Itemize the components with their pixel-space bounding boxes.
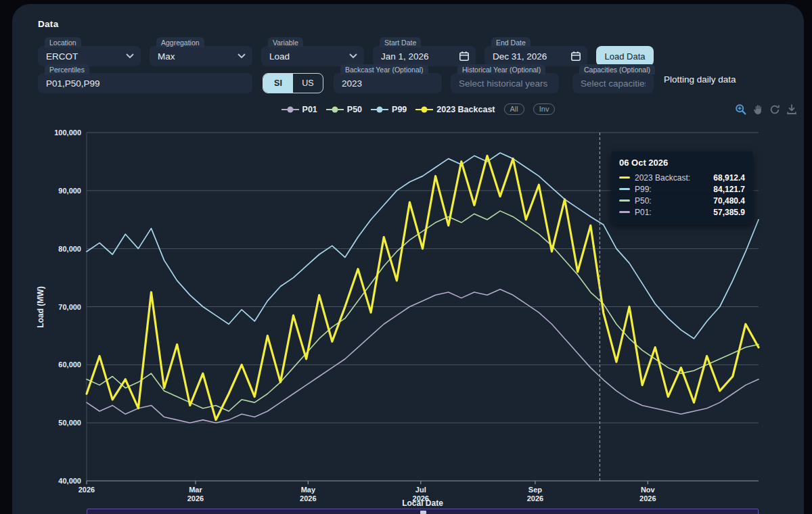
tooltip-series-value: 57,385.9 xyxy=(713,208,745,217)
tooltip-date: 06 Oct 2026 xyxy=(619,158,745,168)
tooltip-row: P50:70,480.4 xyxy=(619,195,745,206)
tooltip-series-label: 2023 Backcast: xyxy=(635,173,690,183)
x-axis-title: Local Date xyxy=(402,498,443,508)
chart-canvas[interactable]: 100,00090,00080,00070,00060,00050,00040,… xyxy=(12,4,812,514)
tooltip-series-dash xyxy=(619,211,630,213)
y-tick-label: 90,000 xyxy=(58,187,81,195)
x-tick-label: May xyxy=(301,486,316,494)
y-axis-title: Load (MW) xyxy=(36,286,45,327)
tooltip-series-label: P01: xyxy=(635,208,652,217)
x-tick-label: 2026 xyxy=(527,494,543,503)
x-tick-label: Sep xyxy=(528,486,542,494)
data-panel: Data Location ERCOT Aggregation Max Vari… xyxy=(12,4,804,514)
y-tick-label: 100,000 xyxy=(54,128,81,137)
x-tick-label: 2026 xyxy=(300,494,316,503)
y-tick-label: 80,000 xyxy=(58,245,81,253)
x-tick-label: 2026 xyxy=(639,494,656,503)
app-window: Data Location ERCOT Aggregation Max Vari… xyxy=(0,0,812,514)
x-range-slider[interactable] xyxy=(87,509,759,514)
y-tick-label: 60,000 xyxy=(58,360,81,369)
x-tick-label: Nov xyxy=(641,486,656,494)
tooltip-series-label: P99: xyxy=(635,185,652,194)
tooltip-series-value: 70,480.4 xyxy=(713,196,745,206)
y-tick-label: 50,000 xyxy=(58,419,81,427)
y-tick-label: 70,000 xyxy=(58,303,81,311)
tooltip-series-dash xyxy=(619,177,630,179)
chart-tooltip: 06 Oct 2026 2023 Backcast:68,912.4P99:84… xyxy=(611,151,753,225)
tooltip-row: P99:84,121.7 xyxy=(619,183,745,195)
tooltip-row: 2023 Backcast:68,912.4 xyxy=(619,172,745,183)
range-slider-handle[interactable] xyxy=(420,511,426,514)
tooltip-row: P01:57,385.9 xyxy=(619,206,745,218)
tooltip-series-value: 84,121.7 xyxy=(713,185,745,194)
tooltip-series-value: 68,912.4 xyxy=(713,173,745,183)
x-tick-label: 2026 xyxy=(187,494,204,503)
tooltip-series-dash xyxy=(619,188,630,190)
tooltip-series-label: P50: xyxy=(635,196,652,206)
series-line-p50 xyxy=(87,211,759,411)
x-tick-label: Mar xyxy=(189,486,202,494)
tooltip-series-dash xyxy=(619,200,630,202)
y-tick-label: 40,000 xyxy=(58,477,81,485)
x-tick-label: Jul xyxy=(415,486,426,494)
x-tick-label: 2026 xyxy=(78,486,95,494)
